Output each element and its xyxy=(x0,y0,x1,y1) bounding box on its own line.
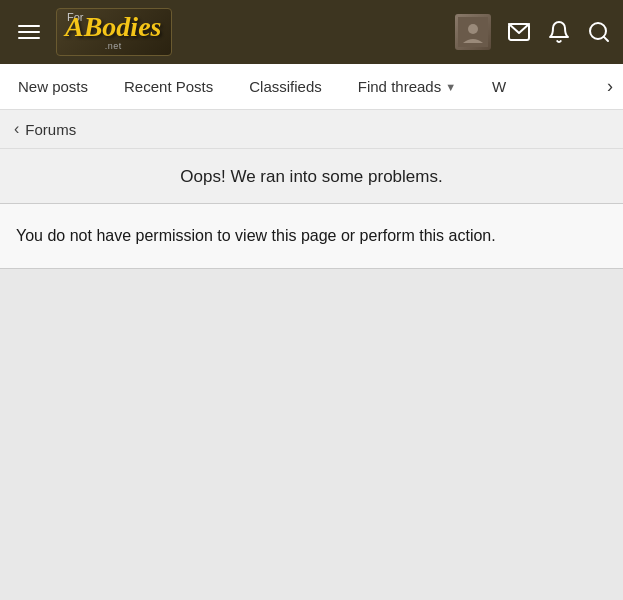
top-navigation-bar: For ABodies .net xyxy=(0,0,623,64)
nav-w-item[interactable]: W xyxy=(474,64,524,109)
hamburger-menu-button[interactable] xyxy=(12,19,46,45)
hamburger-line-2 xyxy=(18,31,40,33)
secondary-nav-bar: New posts Recent Posts Classifieds Find … xyxy=(0,64,623,110)
messages-button[interactable] xyxy=(507,20,531,44)
nav-more-button[interactable]: › xyxy=(597,64,623,109)
nav-w-label: W xyxy=(492,78,506,95)
nav-find-threads[interactable]: Find threads ▼ xyxy=(340,64,474,109)
breadcrumb-bar: ‹ Forums xyxy=(0,110,623,149)
logo-area: For ABodies .net xyxy=(56,8,445,56)
breadcrumb-back-button[interactable]: ‹ xyxy=(14,120,19,138)
top-bar-icons xyxy=(455,14,611,50)
envelope-icon xyxy=(507,20,531,44)
logo-inner: For ABodies xyxy=(65,13,161,41)
nav-find-threads-label: Find threads xyxy=(358,78,441,95)
search-icon xyxy=(587,20,611,44)
nav-recent-posts[interactable]: Recent Posts xyxy=(106,64,231,109)
user-avatar[interactable] xyxy=(455,14,491,50)
empty-content-area xyxy=(0,269,623,549)
notifications-button[interactable] xyxy=(547,20,571,44)
error-body-section: You do not have permission to view this … xyxy=(0,204,623,269)
error-body-text: You do not have permission to view this … xyxy=(16,227,496,244)
avatar-image-icon xyxy=(458,17,488,47)
hamburger-line-1 xyxy=(18,25,40,27)
hamburger-line-3 xyxy=(18,37,40,39)
main-content: Oops! We ran into some problems. You do … xyxy=(0,149,623,549)
error-header-section: Oops! We ran into some problems. xyxy=(0,149,623,204)
error-header-text: Oops! We ran into some problems. xyxy=(180,167,442,186)
nav-classifieds[interactable]: Classifieds xyxy=(231,64,340,109)
search-button[interactable] xyxy=(587,20,611,44)
nav-more-chevron-icon: › xyxy=(607,76,613,97)
find-threads-dropdown-arrow: ▼ xyxy=(445,81,456,93)
nav-new-posts-label: New posts xyxy=(18,78,88,95)
nav-new-posts[interactable]: New posts xyxy=(0,64,106,109)
breadcrumb-forums-label: Forums xyxy=(25,121,76,138)
bell-icon xyxy=(547,20,571,44)
svg-point-1 xyxy=(468,24,478,34)
nav-recent-posts-label: Recent Posts xyxy=(124,78,213,95)
nav-classifieds-label: Classifieds xyxy=(249,78,322,95)
logo-subtitle-text: .net xyxy=(65,41,161,51)
svg-line-4 xyxy=(604,37,608,41)
logo-wrapper[interactable]: For ABodies .net xyxy=(56,8,172,56)
logo-main-text: ABodies xyxy=(65,11,161,42)
